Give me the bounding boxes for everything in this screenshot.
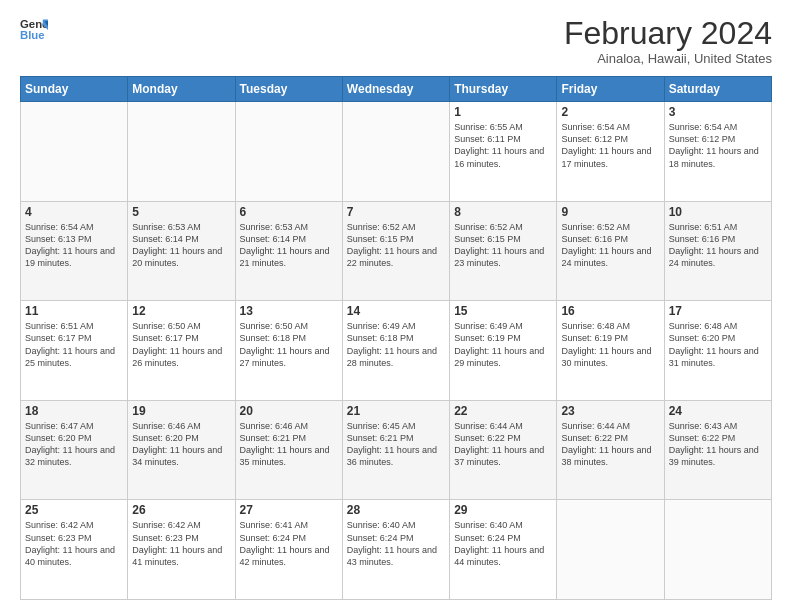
day-number: 7 <box>347 205 445 219</box>
table-row: 29Sunrise: 6:40 AM Sunset: 6:24 PM Dayli… <box>450 500 557 600</box>
calendar-week-row: 4Sunrise: 6:54 AM Sunset: 6:13 PM Daylig… <box>21 201 772 301</box>
table-row: 17Sunrise: 6:48 AM Sunset: 6:20 PM Dayli… <box>664 301 771 401</box>
day-number: 28 <box>347 503 445 517</box>
table-row: 18Sunrise: 6:47 AM Sunset: 6:20 PM Dayli… <box>21 400 128 500</box>
day-number: 22 <box>454 404 552 418</box>
calendar-header-row: Sunday Monday Tuesday Wednesday Thursday… <box>21 77 772 102</box>
day-info: Sunrise: 6:52 AM Sunset: 6:15 PM Dayligh… <box>454 221 552 270</box>
table-row <box>557 500 664 600</box>
calendar-week-row: 18Sunrise: 6:47 AM Sunset: 6:20 PM Dayli… <box>21 400 772 500</box>
day-number: 12 <box>132 304 230 318</box>
table-row <box>21 102 128 202</box>
table-row: 12Sunrise: 6:50 AM Sunset: 6:17 PM Dayli… <box>128 301 235 401</box>
table-row: 5Sunrise: 6:53 AM Sunset: 6:14 PM Daylig… <box>128 201 235 301</box>
day-info: Sunrise: 6:46 AM Sunset: 6:21 PM Dayligh… <box>240 420 338 469</box>
col-tuesday: Tuesday <box>235 77 342 102</box>
table-row: 28Sunrise: 6:40 AM Sunset: 6:24 PM Dayli… <box>342 500 449 600</box>
day-number: 2 <box>561 105 659 119</box>
day-info: Sunrise: 6:54 AM Sunset: 6:12 PM Dayligh… <box>561 121 659 170</box>
day-info: Sunrise: 6:54 AM Sunset: 6:13 PM Dayligh… <box>25 221 123 270</box>
table-row: 21Sunrise: 6:45 AM Sunset: 6:21 PM Dayli… <box>342 400 449 500</box>
table-row: 16Sunrise: 6:48 AM Sunset: 6:19 PM Dayli… <box>557 301 664 401</box>
table-row: 10Sunrise: 6:51 AM Sunset: 6:16 PM Dayli… <box>664 201 771 301</box>
day-info: Sunrise: 6:50 AM Sunset: 6:17 PM Dayligh… <box>132 320 230 369</box>
day-number: 15 <box>454 304 552 318</box>
table-row: 3Sunrise: 6:54 AM Sunset: 6:12 PM Daylig… <box>664 102 771 202</box>
month-title: February 2024 <box>564 16 772 51</box>
day-info: Sunrise: 6:53 AM Sunset: 6:14 PM Dayligh… <box>240 221 338 270</box>
col-thursday: Thursday <box>450 77 557 102</box>
day-number: 20 <box>240 404 338 418</box>
day-info: Sunrise: 6:44 AM Sunset: 6:22 PM Dayligh… <box>454 420 552 469</box>
table-row <box>235 102 342 202</box>
day-info: Sunrise: 6:49 AM Sunset: 6:18 PM Dayligh… <box>347 320 445 369</box>
day-number: 8 <box>454 205 552 219</box>
table-row: 6Sunrise: 6:53 AM Sunset: 6:14 PM Daylig… <box>235 201 342 301</box>
day-number: 24 <box>669 404 767 418</box>
table-row: 23Sunrise: 6:44 AM Sunset: 6:22 PM Dayli… <box>557 400 664 500</box>
logo-icon: General Blue <box>20 16 48 44</box>
table-row: 9Sunrise: 6:52 AM Sunset: 6:16 PM Daylig… <box>557 201 664 301</box>
day-info: Sunrise: 6:45 AM Sunset: 6:21 PM Dayligh… <box>347 420 445 469</box>
day-number: 26 <box>132 503 230 517</box>
table-row: 27Sunrise: 6:41 AM Sunset: 6:24 PM Dayli… <box>235 500 342 600</box>
table-row: 25Sunrise: 6:42 AM Sunset: 6:23 PM Dayli… <box>21 500 128 600</box>
table-row: 20Sunrise: 6:46 AM Sunset: 6:21 PM Dayli… <box>235 400 342 500</box>
day-number: 17 <box>669 304 767 318</box>
day-number: 4 <box>25 205 123 219</box>
table-row: 4Sunrise: 6:54 AM Sunset: 6:13 PM Daylig… <box>21 201 128 301</box>
table-row: 26Sunrise: 6:42 AM Sunset: 6:23 PM Dayli… <box>128 500 235 600</box>
logo: General Blue <box>20 16 48 44</box>
day-number: 25 <box>25 503 123 517</box>
day-number: 14 <box>347 304 445 318</box>
day-info: Sunrise: 6:48 AM Sunset: 6:20 PM Dayligh… <box>669 320 767 369</box>
title-block: February 2024 Ainaloa, Hawaii, United St… <box>564 16 772 66</box>
day-info: Sunrise: 6:49 AM Sunset: 6:19 PM Dayligh… <box>454 320 552 369</box>
table-row: 7Sunrise: 6:52 AM Sunset: 6:15 PM Daylig… <box>342 201 449 301</box>
day-info: Sunrise: 6:42 AM Sunset: 6:23 PM Dayligh… <box>25 519 123 568</box>
svg-text:Blue: Blue <box>20 29 45 41</box>
day-info: Sunrise: 6:47 AM Sunset: 6:20 PM Dayligh… <box>25 420 123 469</box>
day-number: 19 <box>132 404 230 418</box>
day-number: 10 <box>669 205 767 219</box>
day-info: Sunrise: 6:52 AM Sunset: 6:16 PM Dayligh… <box>561 221 659 270</box>
day-info: Sunrise: 6:51 AM Sunset: 6:16 PM Dayligh… <box>669 221 767 270</box>
day-number: 29 <box>454 503 552 517</box>
calendar-week-row: 25Sunrise: 6:42 AM Sunset: 6:23 PM Dayli… <box>21 500 772 600</box>
day-number: 23 <box>561 404 659 418</box>
day-number: 18 <box>25 404 123 418</box>
day-info: Sunrise: 6:40 AM Sunset: 6:24 PM Dayligh… <box>454 519 552 568</box>
day-info: Sunrise: 6:54 AM Sunset: 6:12 PM Dayligh… <box>669 121 767 170</box>
table-row <box>664 500 771 600</box>
col-sunday: Sunday <box>21 77 128 102</box>
table-row: 24Sunrise: 6:43 AM Sunset: 6:22 PM Dayli… <box>664 400 771 500</box>
calendar-week-row: 11Sunrise: 6:51 AM Sunset: 6:17 PM Dayli… <box>21 301 772 401</box>
table-row: 15Sunrise: 6:49 AM Sunset: 6:19 PM Dayli… <box>450 301 557 401</box>
day-info: Sunrise: 6:42 AM Sunset: 6:23 PM Dayligh… <box>132 519 230 568</box>
col-saturday: Saturday <box>664 77 771 102</box>
day-number: 11 <box>25 304 123 318</box>
table-row <box>128 102 235 202</box>
table-row: 19Sunrise: 6:46 AM Sunset: 6:20 PM Dayli… <box>128 400 235 500</box>
table-row <box>342 102 449 202</box>
day-info: Sunrise: 6:48 AM Sunset: 6:19 PM Dayligh… <box>561 320 659 369</box>
day-number: 16 <box>561 304 659 318</box>
table-row: 11Sunrise: 6:51 AM Sunset: 6:17 PM Dayli… <box>21 301 128 401</box>
table-row: 14Sunrise: 6:49 AM Sunset: 6:18 PM Dayli… <box>342 301 449 401</box>
day-number: 27 <box>240 503 338 517</box>
day-info: Sunrise: 6:43 AM Sunset: 6:22 PM Dayligh… <box>669 420 767 469</box>
table-row: 1Sunrise: 6:55 AM Sunset: 6:11 PM Daylig… <box>450 102 557 202</box>
table-row: 22Sunrise: 6:44 AM Sunset: 6:22 PM Dayli… <box>450 400 557 500</box>
day-info: Sunrise: 6:40 AM Sunset: 6:24 PM Dayligh… <box>347 519 445 568</box>
subtitle: Ainaloa, Hawaii, United States <box>564 51 772 66</box>
day-info: Sunrise: 6:51 AM Sunset: 6:17 PM Dayligh… <box>25 320 123 369</box>
day-info: Sunrise: 6:46 AM Sunset: 6:20 PM Dayligh… <box>132 420 230 469</box>
day-info: Sunrise: 6:52 AM Sunset: 6:15 PM Dayligh… <box>347 221 445 270</box>
day-number: 1 <box>454 105 552 119</box>
col-friday: Friday <box>557 77 664 102</box>
calendar-week-row: 1Sunrise: 6:55 AM Sunset: 6:11 PM Daylig… <box>21 102 772 202</box>
day-info: Sunrise: 6:55 AM Sunset: 6:11 PM Dayligh… <box>454 121 552 170</box>
day-number: 3 <box>669 105 767 119</box>
col-wednesday: Wednesday <box>342 77 449 102</box>
day-number: 9 <box>561 205 659 219</box>
